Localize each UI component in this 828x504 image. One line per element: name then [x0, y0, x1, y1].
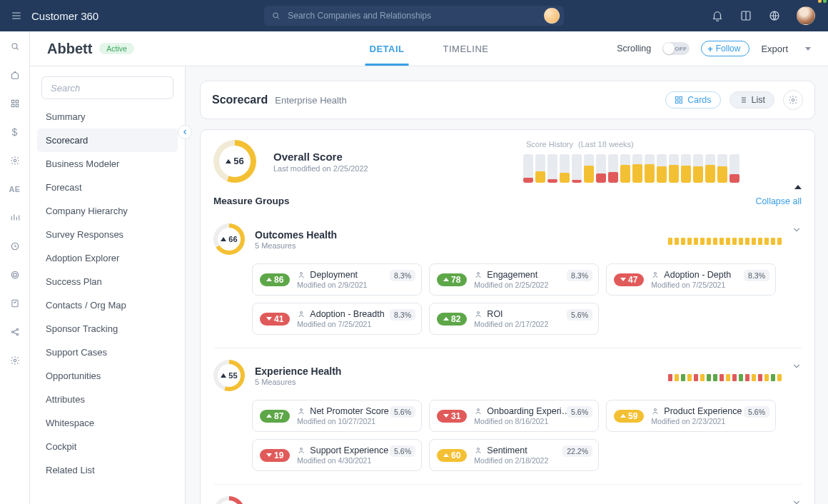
- group-sparkline: [668, 370, 802, 381]
- metric-card[interactable]: 60 Sentiment Modified on 2/18/202222.2%: [429, 439, 599, 471]
- svg-point-22: [301, 273, 303, 275]
- history-bar: [572, 154, 582, 183]
- sidebar-item-opportunities[interactable]: Opportunities: [37, 364, 178, 388]
- svg-point-16: [14, 359, 16, 362]
- metric-title: ROI: [474, 309, 548, 319]
- rail-search[interactable]: [9, 40, 21, 53]
- chevron-down-icon: [792, 361, 802, 371]
- view-cards-button[interactable]: Cards: [665, 91, 720, 109]
- sidebar-item-summary[interactable]: Summary: [37, 105, 178, 128]
- history-bar: [584, 154, 594, 183]
- scorecard-settings-button[interactable]: [783, 90, 803, 110]
- metric-card[interactable]: 19 Support Experience Modified on 4/30/2…: [252, 439, 422, 471]
- svg-point-30: [301, 448, 303, 450]
- metric-card[interactable]: 78 Engagement Modified on 2/25/20228.3%: [429, 263, 599, 296]
- rail-ae[interactable]: AE: [9, 183, 21, 196]
- overall-score-donut: 56: [213, 140, 256, 183]
- metric-modified: Modified on 2/9/2021: [297, 281, 367, 289]
- company-header: Abbett Active DETAIL TIMELINE Scrolling …: [30, 31, 828, 66]
- rail-share[interactable]: [9, 326, 21, 338]
- metric-card[interactable]: 41 Adoption - Breadth Modified on 7/25/2…: [252, 303, 422, 335]
- trend-up-icon: [221, 237, 226, 241]
- metric-modified: Modified on 10/27/2021: [297, 417, 388, 425]
- bell-icon[interactable]: [711, 9, 724, 22]
- history-bar: [560, 154, 570, 183]
- global-search-input[interactable]: [286, 10, 557, 21]
- cards-icon: [675, 96, 683, 104]
- history-bar: [693, 154, 703, 183]
- rail-timeline[interactable]: [9, 211, 21, 224]
- group-score-donut: 37: [213, 496, 245, 504]
- sidebar-collapse-button[interactable]: [178, 125, 192, 139]
- sidebar-search[interactable]: [41, 76, 173, 99]
- target-icon: [10, 270, 20, 280]
- tab-timeline[interactable]: TIMELINE: [443, 31, 489, 66]
- global-search[interactable]: [264, 6, 564, 26]
- view-list-button[interactable]: List: [729, 91, 774, 109]
- export-dropdown[interactable]: Export: [761, 44, 811, 54]
- sidebar-item-contacts-org-map[interactable]: Contacts / Org Map: [37, 293, 178, 317]
- group-score-donut: 55: [213, 360, 245, 391]
- rail-dashboard[interactable]: [9, 97, 21, 110]
- rail-home[interactable]: [9, 69, 21, 81]
- sidebar-search-input[interactable]: [49, 82, 166, 94]
- metric-card[interactable]: 86 Deployment Modified on 2/9/20218.3%: [252, 263, 422, 296]
- sidebar-item-attributes[interactable]: Attributes: [37, 388, 178, 411]
- metric-card[interactable]: 47 Adoption - Depth Modified on 7/25/202…: [606, 263, 776, 296]
- sidebar-item-forecast[interactable]: Forecast: [37, 176, 178, 199]
- svg-point-15: [16, 333, 18, 335]
- metric-card[interactable]: 31 Onboarding Experi… Modified on 8/16/2…: [429, 400, 599, 432]
- sidebar-item-cockpit[interactable]: Cockpit: [37, 435, 178, 458]
- overall-score-value: 56: [233, 156, 243, 166]
- group-count: 5 Measures: [255, 378, 341, 386]
- rail-admin[interactable]: [9, 354, 21, 367]
- sidebar-item-sponsor-tracking[interactable]: Sponsor Tracking: [37, 317, 178, 341]
- sidebar-item-whitespace[interactable]: Whitespace: [37, 411, 178, 435]
- overall-score-subtitle: Last modified on 2/25/2022: [273, 164, 368, 173]
- svg-point-23: [478, 273, 480, 275]
- metric-card[interactable]: 59 Product Experience Modified on 2/23/2…: [606, 400, 776, 432]
- metric-title: Product Experience: [651, 406, 742, 416]
- sidebar-item-survey-responses[interactable]: Survey Responses: [37, 223, 178, 246]
- metric-badge: 87: [260, 410, 290, 423]
- search-scope-avatar[interactable]: [544, 8, 560, 24]
- follow-button[interactable]: + Follow: [701, 41, 749, 56]
- metric-card[interactable]: 82 ROI Modified on 2/17/20225.6%: [429, 303, 599, 335]
- svg-rect-12: [11, 300, 17, 306]
- rail-checklist[interactable]: [9, 297, 21, 310]
- globe-icon[interactable]: [768, 9, 781, 22]
- sidebar-item-support-cases[interactable]: Support Cases: [37, 341, 178, 364]
- metric-card[interactable]: 87 Net Promoter Score Modified on 10/27/…: [252, 400, 422, 432]
- rail-clock[interactable]: [9, 240, 21, 253]
- person-icon: [474, 407, 483, 415]
- rail-target[interactable]: [9, 268, 21, 281]
- rail-revenue[interactable]: $: [9, 126, 21, 138]
- collapse-all-button[interactable]: Collapse all: [755, 196, 802, 206]
- metric-modified: Modified on 2/17/2022: [474, 320, 548, 328]
- sidebar-item-related-list[interactable]: Related List: [37, 458, 178, 482]
- metric-badge: 59: [614, 410, 644, 423]
- left-rail: $ AE: [0, 31, 30, 504]
- book-icon[interactable]: [739, 9, 752, 22]
- metric-modified: Modified on 7/25/2021: [651, 281, 731, 289]
- svg-point-0: [273, 13, 278, 18]
- group-collapse-toggle[interactable]: [792, 361, 802, 374]
- rail-settings[interactable]: [9, 154, 21, 167]
- profile-avatar[interactable]: [797, 6, 815, 25]
- svg-point-27: [301, 409, 303, 411]
- group-collapse-toggle[interactable]: [792, 225, 802, 238]
- metric-title: Adoption - Breadth: [297, 309, 384, 319]
- tab-detail[interactable]: DETAIL: [370, 31, 405, 66]
- sidebar-item-scorecard[interactable]: Scorecard: [37, 128, 178, 152]
- sidebar-item-business-modeler[interactable]: Business Modeler: [37, 152, 178, 176]
- history-bar: [645, 154, 655, 183]
- group-collapse-toggle[interactable]: [792, 498, 802, 504]
- scrolling-toggle[interactable]: OFF: [662, 42, 690, 55]
- sidebar-item-adoption-explorer[interactable]: Adoption Explorer: [37, 246, 178, 270]
- sidebar-item-company-hierarchy[interactable]: Company Hierarchy: [37, 199, 178, 223]
- history-bar: [547, 154, 557, 183]
- menu-toggle-button[interactable]: [4, 10, 29, 21]
- sidebar-item-success-plan[interactable]: Success Plan: [37, 270, 178, 293]
- score-history-chart: Score History (Last 18 weeks): [523, 140, 802, 183]
- scorecard-body-card: 56 Overall Score Last modified on 2/25/2…: [200, 129, 815, 504]
